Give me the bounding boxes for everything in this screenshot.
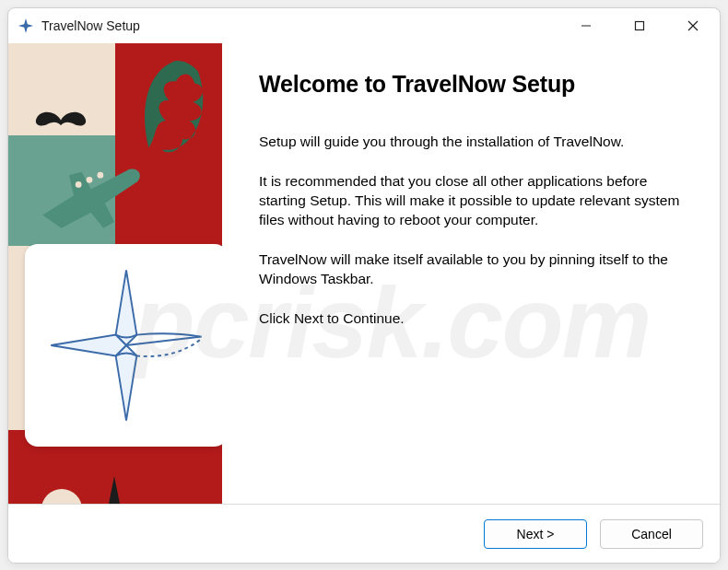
- titlebar[interactable]: TravelNow Setup: [8, 8, 720, 43]
- next-button[interactable]: Next >: [484, 519, 587, 549]
- window-controls: [559, 8, 720, 43]
- svg-point-6: [87, 177, 93, 183]
- sidebar-image: #: [8, 43, 222, 504]
- main-panel: Welcome to TravelNow Setup Setup will gu…: [222, 43, 720, 504]
- svg-point-7: [97, 172, 103, 179]
- svg-point-9: [41, 489, 82, 504]
- airplane-icon: [25, 141, 154, 242]
- svg-rect-2: [636, 22, 644, 30]
- setup-window: TravelNow Setup: [7, 7, 721, 564]
- app-logo-card: [25, 244, 222, 447]
- svg-point-5: [76, 181, 82, 188]
- maximize-button[interactable]: [613, 8, 666, 43]
- recommendation-text: It is recommended that you close all oth…: [259, 172, 683, 230]
- eiffel-decoration-icon: [36, 467, 193, 504]
- compass-logo-icon: [39, 258, 214, 433]
- close-button[interactable]: [666, 8, 720, 43]
- taskbar-pin-text: TravelNow will make itself available to …: [259, 250, 683, 289]
- mustache-icon: [25, 106, 97, 132]
- window-title: TravelNow Setup: [41, 18, 140, 33]
- cancel-button[interactable]: Cancel: [600, 519, 703, 549]
- svg-marker-11: [116, 270, 137, 345]
- svg-line-14: [126, 337, 202, 346]
- page-title: Welcome to TravelNow Setup: [259, 71, 683, 98]
- app-icon: [18, 17, 34, 34]
- footer: Next > Cancel: [8, 504, 720, 563]
- svg-marker-12: [116, 345, 137, 421]
- svg-marker-0: [18, 18, 33, 33]
- intro-text: Setup will guide you through the install…: [259, 133, 683, 152]
- minimize-button[interactable]: [559, 8, 613, 43]
- svg-marker-13: [51, 335, 126, 356]
- continue-text: Click Next to Continue.: [259, 309, 683, 329]
- content-area: #: [8, 43, 720, 504]
